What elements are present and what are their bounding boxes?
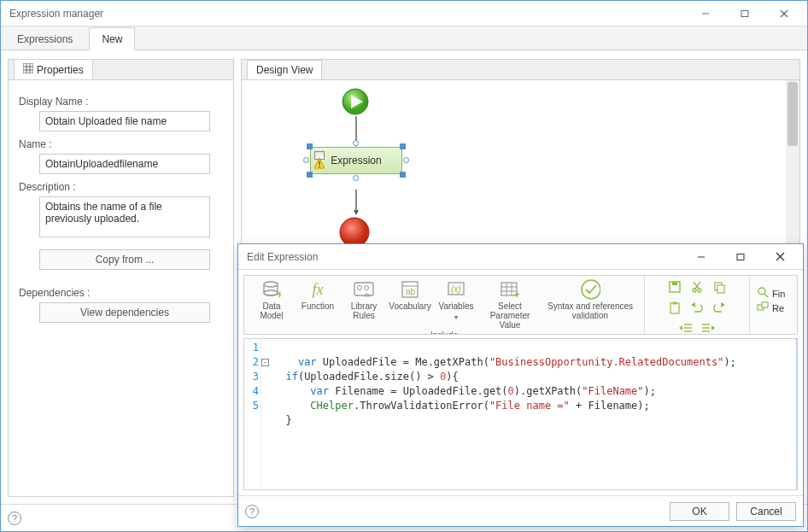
table-icon: +	[500, 279, 520, 300]
vocabulary-button[interactable]: ab Vocabulary	[389, 279, 430, 311]
view-dependencies-button[interactable]: View dependencies	[39, 302, 210, 323]
copy-icon	[712, 280, 726, 296]
titlebar: Expression manager	[1, 1, 807, 26]
ok-button[interactable]: OK	[670, 502, 729, 521]
redo-icon	[712, 301, 726, 316]
library-icon: fx	[354, 279, 374, 300]
design-view-tab-label: Design View	[256, 64, 313, 76]
outdent-button[interactable]	[676, 320, 695, 335]
help-icon[interactable]: ?	[8, 512, 21, 525]
svg-rect-64	[762, 302, 768, 307]
editor-maximize-button[interactable]	[721, 244, 760, 270]
select-parameter-button[interactable]: + Select Parameter Value	[482, 279, 538, 330]
cut-button[interactable]	[688, 279, 706, 296]
svg-text:+: +	[514, 289, 519, 298]
svg-rect-48	[717, 285, 724, 293]
editor-close-button[interactable]	[760, 244, 799, 270]
svg-rect-50	[673, 301, 676, 304]
paste-button[interactable]	[665, 300, 684, 317]
svg-point-27	[358, 286, 362, 290]
copy-button[interactable]	[710, 279, 729, 296]
check-circle-icon	[580, 279, 600, 300]
expression-node-label: Expression	[331, 155, 381, 167]
svg-rect-49	[670, 303, 679, 313]
indent-button[interactable]	[699, 320, 717, 335]
fold-toggle[interactable]: -	[261, 359, 269, 366]
variables-button[interactable]: (x) Variables ▾	[436, 279, 477, 322]
start-node[interactable]	[341, 87, 370, 119]
svg-point-44	[698, 289, 701, 292]
variable-icon: (x)	[446, 279, 466, 300]
svg-text:ab: ab	[406, 287, 416, 296]
search-icon	[757, 286, 769, 301]
dependencies-label: Dependencies :	[19, 287, 226, 299]
svg-point-61	[758, 288, 765, 295]
tab-new[interactable]: New	[89, 27, 135, 50]
undo-button[interactable]	[688, 300, 706, 317]
find-button[interactable]: Fin	[757, 286, 785, 301]
undo-icon	[690, 301, 704, 316]
validate-button[interactable]: Syntax and references validation	[543, 279, 637, 320]
save-button[interactable]	[665, 279, 684, 296]
description-field[interactable]: Obtains the name of a file previously up…	[39, 196, 210, 237]
database-icon: +	[261, 279, 282, 300]
fx-icon: fx	[307, 279, 328, 300]
editor-footer: ? OK Cancel	[238, 495, 803, 526]
close-button[interactable]	[764, 1, 804, 26]
minimize-button[interactable]	[686, 1, 725, 26]
svg-rect-1	[741, 10, 748, 16]
svg-marker-51	[691, 302, 695, 307]
properties-panel: Properties Display Name : Obtain Uploade…	[8, 59, 234, 497]
code-content[interactable]: var UploadedFile = Me.getXPath("Business…	[270, 339, 797, 489]
data-model-button[interactable]: + Data Model	[251, 279, 292, 320]
properties-tab[interactable]: Properties	[14, 59, 93, 79]
display-name-label: Display Name :	[19, 96, 226, 108]
indent-icon	[701, 322, 715, 336]
editor-help-icon[interactable]: ?	[245, 505, 259, 518]
display-name-field[interactable]: Obtain Uploaded file name	[39, 111, 210, 132]
svg-point-23	[264, 282, 278, 287]
scissors-icon	[690, 280, 704, 296]
expression-node[interactable]: Expression	[310, 147, 402, 174]
name-field[interactable]: ObtainUploadedfilename	[39, 154, 210, 174]
svg-text:(x): (x)	[451, 284, 461, 294]
svg-marker-60	[711, 325, 715, 330]
svg-text:fx: fx	[365, 291, 371, 298]
svg-line-62	[764, 294, 768, 297]
scrollbar-thumb[interactable]	[788, 82, 798, 146]
tab-expressions[interactable]: Expressions	[4, 27, 85, 50]
vocabulary-icon: ab	[400, 279, 420, 300]
maximize-button[interactable]	[725, 1, 764, 26]
warning-icon	[313, 157, 325, 172]
replace-icon	[757, 301, 769, 315]
flow-arrow	[354, 190, 359, 218]
function-button[interactable]: fx Function	[297, 279, 338, 311]
chevron-down-icon: ▾	[454, 313, 458, 322]
copy-from-button[interactable]: Copy from ...	[39, 249, 210, 270]
svg-point-43	[693, 289, 696, 292]
design-view-tab[interactable]: Design View	[247, 60, 322, 79]
cancel-button[interactable]: Cancel	[736, 502, 796, 521]
editor-toolbar: + Data Model fx Function fx Library Rule…	[243, 275, 798, 335]
replace-button[interactable]: Re	[757, 301, 784, 315]
outdent-icon	[679, 322, 693, 336]
svg-text:+: +	[277, 289, 281, 299]
redo-button[interactable]	[710, 300, 729, 317]
window-title: Expression manager	[9, 8, 686, 20]
main-tabs: Expressions New	[1, 26, 807, 50]
svg-point-18	[340, 218, 369, 247]
properties-tab-label: Properties	[37, 64, 84, 76]
svg-point-28	[365, 286, 369, 290]
editor-minimize-button[interactable]	[682, 244, 721, 270]
line-gutter: 1 2 3 4 5	[244, 339, 261, 489]
svg-rect-42	[672, 282, 677, 285]
include-group-label: Include	[244, 330, 644, 335]
save-icon	[668, 280, 682, 296]
svg-rect-26	[354, 283, 373, 295]
description-label: Description :	[19, 181, 226, 193]
edit-expression-window: Edit Expression + Data Model fx Function	[237, 243, 804, 527]
fold-column[interactable]: -	[261, 339, 270, 489]
code-editor[interactable]: 1 2 3 4 5 - var UploadedFile = Me.getXPa…	[243, 338, 798, 490]
svg-marker-56	[679, 325, 682, 330]
library-rules-button[interactable]: fx Library Rules	[343, 279, 384, 320]
